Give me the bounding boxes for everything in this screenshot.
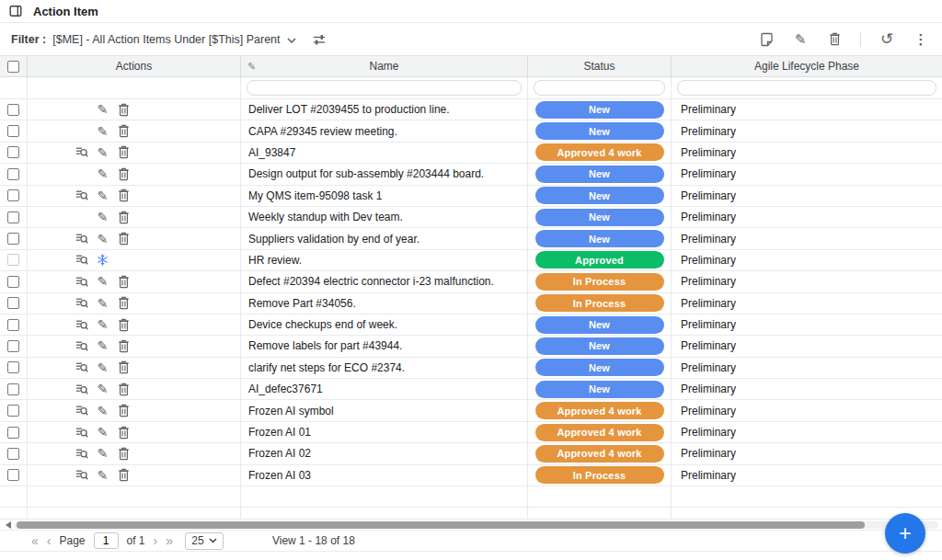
more-menu-button[interactable]: ⋮ — [913, 31, 929, 48]
edit-icon[interactable]: ✎ — [95, 210, 110, 225]
row-checkbox[interactable] — [7, 405, 19, 417]
view-details-icon[interactable] — [74, 382, 89, 397]
undo-button[interactable]: ↺ — [879, 31, 895, 48]
delete-icon[interactable] — [116, 123, 132, 139]
edit-button[interactable]: ✎ — [792, 31, 809, 48]
row-checkbox[interactable] — [7, 254, 19, 266]
row-checkbox[interactable] — [7, 168, 19, 180]
last-page-button[interactable]: » — [166, 534, 173, 547]
delete-icon[interactable] — [116, 446, 132, 462]
scroll-left-arrow[interactable] — [6, 521, 11, 529]
delete-icon[interactable] — [116, 382, 132, 397]
edit-icon[interactable]: ✎ — [95, 102, 110, 118]
first-page-button[interactable]: « — [31, 534, 39, 547]
row-checkbox[interactable] — [7, 125, 19, 137]
delete-icon[interactable] — [116, 403, 132, 418]
edit-icon[interactable]: ✎ — [95, 425, 110, 440]
edit-icon[interactable]: ✎ — [95, 166, 110, 182]
delete-icon[interactable] — [116, 425, 132, 440]
table-row: ✎ — [0, 443, 942, 464]
status-badge: Approved 4 work — [535, 143, 664, 161]
view-details-icon[interactable] — [74, 338, 89, 354]
row-checkbox[interactable] — [7, 319, 19, 331]
status-badge: New — [535, 230, 664, 247]
status-badge: New — [535, 337, 664, 355]
prev-page-button[interactable]: ‹ — [47, 534, 52, 547]
delete-icon[interactable] — [116, 295, 132, 311]
table-row: ✎ — [0, 422, 942, 443]
row-checkbox[interactable] — [7, 146, 19, 158]
table-row: ✎ — [0, 99, 942, 120]
edit-icon[interactable]: ✎ — [95, 382, 110, 397]
row-checkbox[interactable] — [7, 104, 19, 116]
edit-icon[interactable]: ✎ — [95, 467, 110, 483]
view-details-icon[interactable] — [74, 188, 89, 203]
delete-icon[interactable] — [116, 166, 132, 182]
edit-icon[interactable]: ✎ — [95, 360, 110, 375]
delete-icon[interactable] — [116, 274, 132, 290]
phase-filter-input[interactable] — [677, 80, 936, 96]
column-header-actions[interactable]: Actions — [28, 56, 241, 76]
row-checkbox[interactable] — [7, 233, 19, 245]
row-checkbox[interactable] — [7, 211, 19, 223]
filter-settings-icon[interactable] — [312, 33, 327, 46]
view-details-icon[interactable] — [74, 467, 89, 483]
view-details-icon[interactable] — [74, 317, 89, 333]
delete-icon[interactable] — [116, 231, 132, 246]
view-details-icon[interactable] — [74, 231, 89, 246]
column-header-name[interactable]: ✎ Name — [241, 56, 528, 76]
view-details-icon[interactable] — [74, 252, 89, 268]
view-details-icon[interactable] — [74, 403, 89, 418]
status-filter-input[interactable] — [534, 80, 665, 96]
view-details-icon[interactable] — [74, 295, 89, 311]
delete-icon[interactable] — [116, 144, 132, 160]
edit-icon[interactable]: ✎ — [95, 144, 110, 160]
filter-dropdown[interactable]: [$ME] - All Action Items Under [$This] P… — [52, 33, 295, 46]
view-details-icon[interactable] — [74, 274, 89, 290]
edit-icon[interactable]: ✎ — [95, 446, 110, 462]
edit-icon[interactable]: ✎ — [95, 274, 110, 290]
column-filter-row — [0, 77, 942, 99]
delete-icon[interactable] — [116, 210, 132, 225]
delete-icon[interactable] — [116, 188, 132, 203]
view-details-icon[interactable] — [74, 360, 89, 375]
row-checkbox[interactable] — [7, 448, 19, 460]
edit-icon[interactable]: ✎ — [95, 317, 110, 333]
view-details-icon[interactable] — [74, 425, 89, 440]
scrollbar-thumb[interactable] — [17, 521, 865, 529]
row-checkbox[interactable] — [7, 297, 19, 309]
view-details-icon[interactable] — [74, 446, 89, 462]
row-checkbox[interactable] — [7, 427, 19, 439]
edit-icon[interactable]: ✎ — [95, 403, 110, 418]
delete-icon[interactable] — [116, 317, 132, 333]
export-button[interactable] — [758, 31, 775, 48]
row-checkbox[interactable] — [7, 276, 19, 288]
filter-bar: Filter : [$ME] - All Action Items Under … — [0, 23, 942, 56]
edit-icon[interactable]: ✎ — [95, 188, 110, 203]
status-badge: Approved 4 work — [535, 402, 664, 419]
row-checkbox[interactable] — [7, 383, 19, 395]
edit-icon[interactable]: ✎ — [95, 295, 110, 311]
next-page-button[interactable]: › — [154, 534, 158, 547]
page-size-select[interactable]: 25 — [185, 532, 224, 550]
edit-icon[interactable]: ✎ — [95, 123, 110, 139]
delete-icon[interactable] — [116, 467, 132, 483]
edit-icon[interactable]: ✎ — [95, 231, 110, 246]
row-checkbox[interactable] — [7, 189, 19, 201]
page-input[interactable] — [94, 532, 119, 549]
name-filter-input[interactable] — [247, 80, 522, 96]
view-details-icon[interactable] — [74, 144, 89, 160]
row-checkbox[interactable] — [7, 469, 19, 481]
delete-button[interactable] — [826, 31, 843, 48]
row-checkbox[interactable] — [7, 340, 19, 352]
add-button[interactable]: + — [885, 513, 925, 554]
delete-icon[interactable] — [116, 102, 132, 118]
delete-icon[interactable] — [116, 338, 132, 354]
select-all-checkbox[interactable] — [7, 61, 19, 73]
row-checkbox[interactable] — [7, 361, 19, 373]
page-count-label: of 1 — [127, 534, 145, 547]
column-header-status[interactable]: Status — [528, 56, 672, 76]
column-header-phase[interactable]: Agile Lifecycle Phase — [672, 56, 942, 76]
delete-icon[interactable] — [116, 360, 132, 375]
edit-icon[interactable]: ✎ — [95, 338, 110, 354]
